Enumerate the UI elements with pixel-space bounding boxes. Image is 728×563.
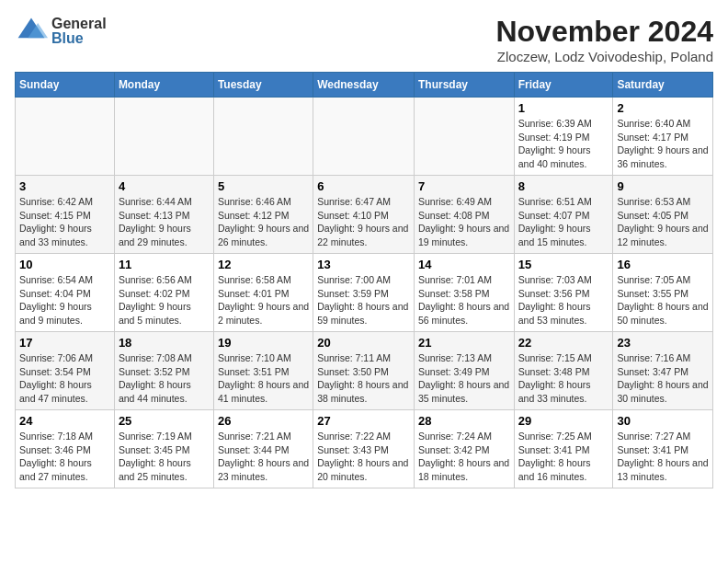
day-number: 21 <box>418 336 510 350</box>
day-number: 17 <box>19 336 110 350</box>
calendar-cell <box>213 98 313 176</box>
day-number: 9 <box>617 179 709 193</box>
day-number: 27 <box>317 414 410 428</box>
weekday-header-wednesday: Wednesday <box>313 73 415 98</box>
title-area: November 2024 Zloczew, Lodz Voivodeship,… <box>495 15 713 64</box>
logo: General Blue <box>15 15 107 48</box>
calendar-cell <box>16 98 115 176</box>
day-info: Sunrise: 7:24 AM Sunset: 3:42 PM Dayligh… <box>418 431 509 482</box>
day-number: 22 <box>518 336 609 350</box>
calendar-cell: 28Sunrise: 7:24 AM Sunset: 3:42 PM Dayli… <box>414 410 514 488</box>
day-info: Sunrise: 7:06 AM Sunset: 3:54 PM Dayligh… <box>19 352 93 404</box>
day-info: Sunrise: 7:19 AM Sunset: 3:45 PM Dayligh… <box>119 431 192 482</box>
day-info: Sunrise: 7:15 AM Sunset: 3:48 PM Dayligh… <box>518 352 592 404</box>
calendar-cell: 5Sunrise: 6:46 AM Sunset: 4:12 PM Daylig… <box>213 176 313 254</box>
weekday-header-row: SundayMondayTuesdayWednesdayThursdayFrid… <box>16 73 713 98</box>
day-number: 8 <box>518 179 609 193</box>
day-number: 26 <box>218 414 309 428</box>
day-number: 7 <box>418 179 510 193</box>
day-info: Sunrise: 6:51 AM Sunset: 4:07 PM Dayligh… <box>518 196 592 247</box>
calendar-cell: 18Sunrise: 7:08 AM Sunset: 3:52 PM Dayli… <box>114 332 213 410</box>
calendar-cell: 23Sunrise: 7:16 AM Sunset: 3:47 PM Dayli… <box>613 332 713 410</box>
calendar-body: 1Sunrise: 6:39 AM Sunset: 4:19 PM Daylig… <box>16 98 713 488</box>
calendar-cell: 20Sunrise: 7:11 AM Sunset: 3:50 PM Dayli… <box>313 332 415 410</box>
day-info: Sunrise: 6:44 AM Sunset: 4:13 PM Dayligh… <box>119 196 192 247</box>
calendar-cell <box>313 98 415 176</box>
calendar-header: SundayMondayTuesdayWednesdayThursdayFrid… <box>16 73 713 98</box>
calendar-cell: 22Sunrise: 7:15 AM Sunset: 3:48 PM Dayli… <box>514 332 613 410</box>
day-number: 15 <box>518 258 609 271</box>
day-number: 18 <box>119 336 210 350</box>
calendar-cell: 14Sunrise: 7:01 AM Sunset: 3:58 PM Dayli… <box>414 254 514 332</box>
weekday-header-friday: Friday <box>514 73 613 98</box>
calendar-cell: 19Sunrise: 7:10 AM Sunset: 3:51 PM Dayli… <box>213 332 313 410</box>
calendar-cell: 1Sunrise: 6:39 AM Sunset: 4:19 PM Daylig… <box>514 98 613 176</box>
calendar-cell: 15Sunrise: 7:03 AM Sunset: 3:56 PM Dayli… <box>514 254 613 332</box>
calendar-cell: 3Sunrise: 6:42 AM Sunset: 4:15 PM Daylig… <box>16 176 115 254</box>
logo-blue-text: Blue <box>51 31 107 46</box>
day-info: Sunrise: 7:21 AM Sunset: 3:44 PM Dayligh… <box>218 431 309 482</box>
calendar-cell: 13Sunrise: 7:00 AM Sunset: 3:59 PM Dayli… <box>313 254 415 332</box>
calendar-cell: 29Sunrise: 7:25 AM Sunset: 3:41 PM Dayli… <box>514 410 613 488</box>
day-number: 19 <box>218 336 309 350</box>
day-number: 5 <box>218 179 309 193</box>
calendar-cell <box>414 98 514 176</box>
day-number: 12 <box>218 258 309 271</box>
calendar-week-row: 24Sunrise: 7:18 AM Sunset: 3:46 PM Dayli… <box>16 410 713 488</box>
calendar-week-row: 1Sunrise: 6:39 AM Sunset: 4:19 PM Daylig… <box>16 98 713 176</box>
calendar-cell: 11Sunrise: 6:56 AM Sunset: 4:02 PM Dayli… <box>114 254 213 332</box>
day-info: Sunrise: 6:47 AM Sunset: 4:10 PM Dayligh… <box>317 196 408 247</box>
logo-general-text: General <box>51 17 107 31</box>
day-info: Sunrise: 7:11 AM Sunset: 3:50 PM Dayligh… <box>317 352 408 404</box>
weekday-header-saturday: Saturday <box>613 73 713 98</box>
day-info: Sunrise: 7:25 AM Sunset: 3:41 PM Dayligh… <box>518 431 592 482</box>
day-info: Sunrise: 6:54 AM Sunset: 4:04 PM Dayligh… <box>19 274 93 326</box>
day-info: Sunrise: 7:13 AM Sunset: 3:49 PM Dayligh… <box>418 352 509 404</box>
calendar-week-row: 17Sunrise: 7:06 AM Sunset: 3:54 PM Dayli… <box>16 332 713 410</box>
day-number: 2 <box>617 101 709 115</box>
day-info: Sunrise: 7:05 AM Sunset: 3:55 PM Dayligh… <box>617 274 708 326</box>
day-number: 11 <box>119 258 210 271</box>
calendar-cell: 25Sunrise: 7:19 AM Sunset: 3:45 PM Dayli… <box>114 410 213 488</box>
logo-icon <box>15 15 48 48</box>
calendar-cell: 27Sunrise: 7:22 AM Sunset: 3:43 PM Dayli… <box>313 410 415 488</box>
day-info: Sunrise: 7:27 AM Sunset: 3:41 PM Dayligh… <box>617 431 708 482</box>
calendar-cell: 6Sunrise: 6:47 AM Sunset: 4:10 PM Daylig… <box>313 176 415 254</box>
calendar-cell: 4Sunrise: 6:44 AM Sunset: 4:13 PM Daylig… <box>114 176 213 254</box>
calendar-cell: 16Sunrise: 7:05 AM Sunset: 3:55 PM Dayli… <box>613 254 713 332</box>
day-info: Sunrise: 6:39 AM Sunset: 4:19 PM Dayligh… <box>518 118 592 169</box>
calendar-cell: 8Sunrise: 6:51 AM Sunset: 4:07 PM Daylig… <box>514 176 613 254</box>
day-info: Sunrise: 6:53 AM Sunset: 4:05 PM Dayligh… <box>617 196 708 247</box>
day-info: Sunrise: 6:42 AM Sunset: 4:15 PM Dayligh… <box>19 196 93 247</box>
day-info: Sunrise: 6:46 AM Sunset: 4:12 PM Dayligh… <box>218 196 309 247</box>
day-info: Sunrise: 6:58 AM Sunset: 4:01 PM Dayligh… <box>218 274 309 326</box>
day-number: 29 <box>518 414 609 428</box>
calendar-cell: 26Sunrise: 7:21 AM Sunset: 3:44 PM Dayli… <box>213 410 313 488</box>
day-number: 6 <box>317 179 410 193</box>
day-number: 25 <box>119 414 210 428</box>
day-info: Sunrise: 7:16 AM Sunset: 3:47 PM Dayligh… <box>617 352 708 404</box>
weekday-header-thursday: Thursday <box>414 73 514 98</box>
day-number: 28 <box>418 414 510 428</box>
day-number: 10 <box>19 258 110 271</box>
calendar-cell: 12Sunrise: 6:58 AM Sunset: 4:01 PM Dayli… <box>213 254 313 332</box>
day-number: 16 <box>617 258 709 271</box>
day-info: Sunrise: 7:18 AM Sunset: 3:46 PM Dayligh… <box>19 431 93 482</box>
calendar-week-row: 3Sunrise: 6:42 AM Sunset: 4:15 PM Daylig… <box>16 176 713 254</box>
calendar-cell: 30Sunrise: 7:27 AM Sunset: 3:41 PM Dayli… <box>613 410 713 488</box>
calendar-cell: 21Sunrise: 7:13 AM Sunset: 3:49 PM Dayli… <box>414 332 514 410</box>
calendar-cell: 24Sunrise: 7:18 AM Sunset: 3:46 PM Dayli… <box>16 410 115 488</box>
calendar-cell <box>114 98 213 176</box>
month-title: November 2024 <box>495 15 713 49</box>
location-title: Zloczew, Lodz Voivodeship, Poland <box>495 49 713 64</box>
page-header: General Blue November 2024 Zloczew, Lodz… <box>15 15 713 64</box>
day-number: 23 <box>617 336 709 350</box>
day-number: 24 <box>19 414 110 428</box>
calendar-table: SundayMondayTuesdayWednesdayThursdayFrid… <box>15 72 713 488</box>
day-info: Sunrise: 7:22 AM Sunset: 3:43 PM Dayligh… <box>317 431 408 482</box>
day-info: Sunrise: 7:00 AM Sunset: 3:59 PM Dayligh… <box>317 274 408 326</box>
day-number: 14 <box>418 258 510 271</box>
day-info: Sunrise: 7:03 AM Sunset: 3:56 PM Dayligh… <box>518 274 592 326</box>
day-number: 1 <box>518 101 609 115</box>
day-number: 13 <box>317 258 410 271</box>
